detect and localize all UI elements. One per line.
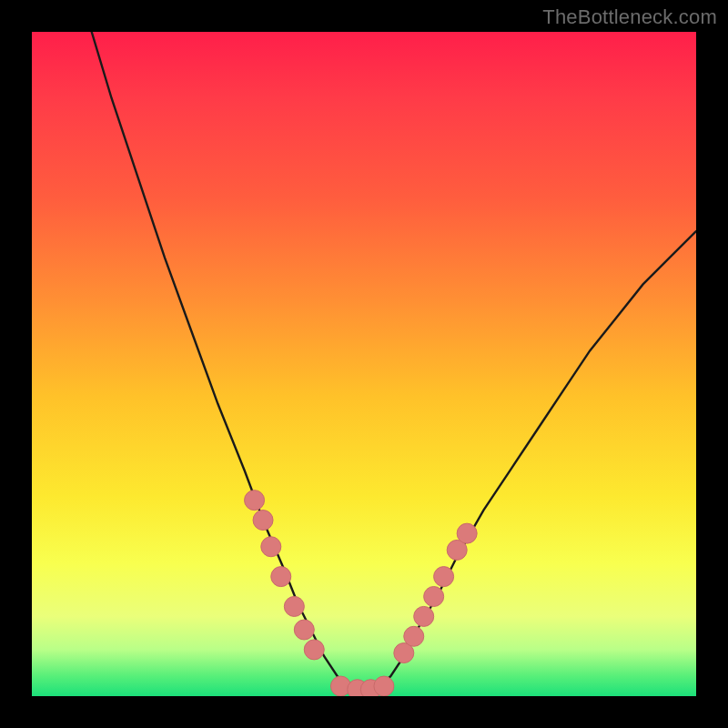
- watermark-label: TheBottleneck.com: [542, 5, 717, 29]
- data-point: [304, 640, 324, 660]
- chart-frame: TheBottleneck.com: [0, 0, 728, 728]
- data-point: [271, 567, 291, 587]
- data-point: [374, 676, 394, 696]
- data-point: [434, 567, 454, 587]
- plot-area: [32, 32, 696, 696]
- data-point: [294, 620, 314, 640]
- data-point: [253, 511, 273, 531]
- data-point: [284, 596, 304, 616]
- scatter-markers: [245, 490, 478, 696]
- data-point: [261, 537, 281, 557]
- data-point: [245, 490, 265, 511]
- bottleneck-curve: [92, 32, 696, 693]
- data-point: [404, 626, 424, 646]
- data-point: [414, 606, 434, 626]
- data-point: [457, 523, 477, 543]
- data-point: [424, 587, 444, 607]
- chart-svg: [32, 32, 696, 696]
